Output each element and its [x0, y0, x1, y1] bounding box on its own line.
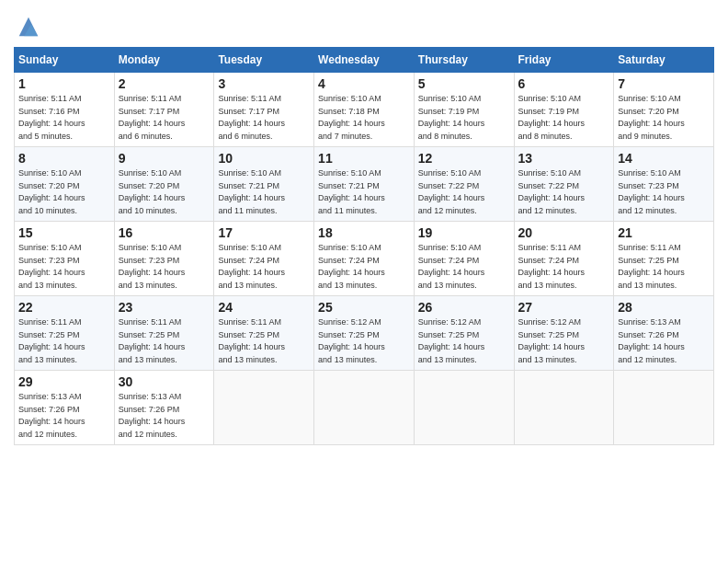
calendar-day-8: 8Sunrise: 5:10 AMSunset: 7:20 PMDaylight…	[15, 147, 115, 222]
calendar-day-24: 24Sunrise: 5:11 AMSunset: 7:25 PMDayligh…	[214, 296, 314, 371]
column-header-saturday: Saturday	[614, 48, 714, 73]
calendar-day-20: 20Sunrise: 5:11 AMSunset: 7:24 PMDayligh…	[514, 222, 614, 296]
logo-icon	[16, 14, 41, 40]
column-header-tuesday: Tuesday	[214, 48, 314, 73]
calendar-day-21: 21Sunrise: 5:11 AMSunset: 7:25 PMDayligh…	[614, 222, 714, 296]
calendar-day-1: 1Sunrise: 5:11 AMSunset: 7:16 PMDaylight…	[15, 73, 115, 147]
calendar-week-3: 15Sunrise: 5:10 AMSunset: 7:23 PMDayligh…	[15, 222, 714, 296]
empty-cell	[514, 371, 614, 445]
calendar-day-4: 4Sunrise: 5:10 AMSunset: 7:18 PMDaylight…	[314, 73, 415, 147]
calendar-day-28: 28Sunrise: 5:13 AMSunset: 7:26 PMDayligh…	[614, 296, 714, 371]
calendar-table: SundayMondayTuesdayWednesdayThursdayFrid…	[14, 47, 714, 445]
calendar-day-5: 5Sunrise: 5:10 AMSunset: 7:19 PMDaylight…	[414, 73, 514, 147]
calendar-day-7: 7Sunrise: 5:10 AMSunset: 7:20 PMDaylight…	[614, 73, 714, 147]
calendar-week-4: 22Sunrise: 5:11 AMSunset: 7:25 PMDayligh…	[15, 296, 714, 371]
calendar-day-14: 14Sunrise: 5:10 AMSunset: 7:23 PMDayligh…	[614, 147, 714, 222]
empty-cell	[314, 371, 415, 445]
calendar-day-29: 29Sunrise: 5:13 AMSunset: 7:26 PMDayligh…	[15, 371, 115, 445]
column-header-sunday: Sunday	[15, 48, 115, 73]
calendar-day-12: 12Sunrise: 5:10 AMSunset: 7:22 PMDayligh…	[414, 147, 514, 222]
logo	[14, 14, 41, 40]
calendar-day-9: 9Sunrise: 5:10 AMSunset: 7:20 PMDaylight…	[114, 147, 214, 222]
empty-cell	[614, 371, 714, 445]
calendar-day-27: 27Sunrise: 5:12 AMSunset: 7:25 PMDayligh…	[514, 296, 614, 371]
calendar-day-30: 30Sunrise: 5:13 AMSunset: 7:26 PMDayligh…	[114, 371, 214, 445]
calendar-day-26: 26Sunrise: 5:12 AMSunset: 7:25 PMDayligh…	[414, 296, 514, 371]
calendar-week-5: 29Sunrise: 5:13 AMSunset: 7:26 PMDayligh…	[15, 371, 714, 445]
page-header	[14, 14, 714, 40]
column-header-monday: Monday	[114, 48, 214, 73]
calendar-week-1: 1Sunrise: 5:11 AMSunset: 7:16 PMDaylight…	[15, 73, 714, 147]
column-header-friday: Friday	[514, 48, 614, 73]
column-header-wednesday: Wednesday	[314, 48, 415, 73]
calendar-day-19: 19Sunrise: 5:10 AMSunset: 7:24 PMDayligh…	[414, 222, 514, 296]
calendar-header-row: SundayMondayTuesdayWednesdayThursdayFrid…	[15, 48, 714, 73]
calendar-day-23: 23Sunrise: 5:11 AMSunset: 7:25 PMDayligh…	[114, 296, 214, 371]
column-header-thursday: Thursday	[414, 48, 514, 73]
calendar-day-15: 15Sunrise: 5:10 AMSunset: 7:23 PMDayligh…	[15, 222, 115, 296]
calendar-day-25: 25Sunrise: 5:12 AMSunset: 7:25 PMDayligh…	[314, 296, 415, 371]
calendar-day-10: 10Sunrise: 5:10 AMSunset: 7:21 PMDayligh…	[214, 147, 314, 222]
calendar-day-2: 2Sunrise: 5:11 AMSunset: 7:17 PMDaylight…	[114, 73, 214, 147]
empty-cell	[214, 371, 314, 445]
calendar-day-11: 11Sunrise: 5:10 AMSunset: 7:21 PMDayligh…	[314, 147, 415, 222]
calendar-day-18: 18Sunrise: 5:10 AMSunset: 7:24 PMDayligh…	[314, 222, 415, 296]
calendar-day-16: 16Sunrise: 5:10 AMSunset: 7:23 PMDayligh…	[114, 222, 214, 296]
calendar-day-22: 22Sunrise: 5:11 AMSunset: 7:25 PMDayligh…	[15, 296, 115, 371]
calendar-day-3: 3Sunrise: 5:11 AMSunset: 7:17 PMDaylight…	[214, 73, 314, 147]
calendar-day-13: 13Sunrise: 5:10 AMSunset: 7:22 PMDayligh…	[514, 147, 614, 222]
calendar-day-6: 6Sunrise: 5:10 AMSunset: 7:19 PMDaylight…	[514, 73, 614, 147]
calendar-day-17: 17Sunrise: 5:10 AMSunset: 7:24 PMDayligh…	[214, 222, 314, 296]
calendar-week-2: 8Sunrise: 5:10 AMSunset: 7:20 PMDaylight…	[15, 147, 714, 222]
empty-cell	[414, 371, 514, 445]
